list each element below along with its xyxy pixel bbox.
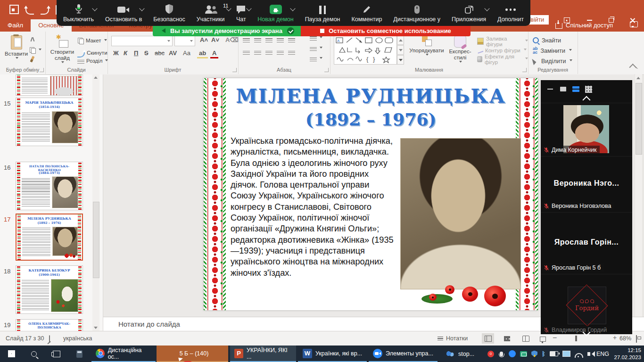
search-button[interactable]	[23, 346, 45, 362]
video-tile-2[interactable]: Вероника Нэго... Вероника Нэговэлова	[541, 156, 632, 212]
reading-view-button[interactable]	[520, 333, 532, 344]
collapse-ribbon-icon[interactable]	[629, 64, 638, 73]
share-button[interactable]: Спільний доступ	[555, 21, 613, 29]
font-name-combo[interactable]	[111, 36, 173, 46]
taskbar-chrome[interactable]: Дистанційна ос...	[91, 346, 156, 362]
calculator-button[interactable]	[68, 346, 91, 362]
zoom-percent[interactable]: 68%	[619, 335, 631, 342]
clipboard-dialog-launcher[interactable]	[40, 68, 44, 72]
notes-toggle[interactable]: Нотатки	[438, 335, 468, 342]
video-options-chevron[interactable]	[140, 6, 145, 11]
chat-button[interactable]: Чат	[236, 4, 246, 23]
apps-chevron[interactable]	[484, 6, 489, 11]
annotate-button[interactable]: Комментир	[351, 4, 382, 23]
wifi-icon[interactable]	[575, 353, 583, 358]
taskbar-powerpoint[interactable]: P УКРАЇНКИ, ЯКІ ...	[230, 346, 296, 362]
decrease-font-button[interactable]: A˅	[209, 36, 221, 44]
arrange-button[interactable]: Упорядкувати	[408, 35, 445, 57]
strikethrough-button[interactable]: S	[142, 49, 150, 57]
volume-icon[interactable]	[587, 352, 590, 356]
paragraph-dialog-launcher[interactable]	[324, 68, 329, 72]
mute-button[interactable]: Выключить	[63, 4, 94, 23]
stop-video-button[interactable]: Остановить в	[105, 4, 142, 23]
redo-icon[interactable]	[41, 6, 49, 15]
participants-button[interactable]: 11 Участники	[197, 4, 225, 23]
save-icon[interactable]	[9, 5, 19, 14]
underline-button[interactable]: П	[132, 49, 140, 57]
mute-options-chevron[interactable]	[92, 6, 97, 11]
shapes-gallery[interactable]: A { }	[334, 35, 397, 65]
smartart-button[interactable]	[310, 56, 322, 61]
thumbnail-slide-17[interactable]: МІЛЕНА РУДНИЦЬКА (1892 – 1976)	[16, 214, 83, 261]
taskbar-zoom[interactable]: Элементы упра...	[369, 346, 438, 362]
font-size-combo[interactable]	[174, 36, 195, 46]
align-center-icon[interactable]	[254, 49, 261, 55]
new-slide-button[interactable]: Створити слайд	[49, 35, 75, 65]
panel-minimize-icon[interactable]	[545, 85, 555, 93]
paste-button[interactable]: Вставити	[5, 35, 28, 60]
video-tile-3[interactable]: Ярослав Горін... Ярослав Горін 5 б	[541, 212, 632, 274]
find-button[interactable]: Знайти	[533, 35, 561, 45]
notification-badge-icon[interactable]: 0	[487, 351, 494, 357]
text-shadow-button[interactable]: abc	[153, 49, 166, 57]
stop-sharing-button[interactable]: Остановить совместное использование	[301, 25, 471, 36]
fit-slide-button[interactable]	[636, 335, 637, 343]
shapes-scroll-down[interactable]	[397, 45, 404, 55]
bold-button[interactable]: Ж	[111, 49, 121, 57]
weather-widget[interactable]: stop...	[439, 346, 480, 362]
increase-font-button[interactable]: A˄	[198, 36, 210, 44]
panel-small-view-icon[interactable]	[558, 85, 568, 93]
reset-button[interactable]: Скинути	[77, 48, 107, 58]
normal-view-button[interactable]	[482, 333, 494, 344]
security-button[interactable]: Безопаснос	[153, 4, 185, 23]
replace-button[interactable]: abacЗамінити	[533, 46, 572, 56]
align-left-icon[interactable]	[243, 49, 250, 55]
drawing-dialog-launcher[interactable]	[522, 68, 527, 72]
taskbar-telegram[interactable]: 140 5 Б – (140)	[157, 346, 228, 362]
numbering-icon[interactable]	[254, 37, 261, 42]
comments-icon[interactable]	[630, 21, 638, 27]
columns-icon[interactable]	[288, 49, 295, 55]
spellcheck-icon[interactable]	[49, 335, 50, 343]
slide-sorter-button[interactable]	[501, 333, 513, 344]
increase-indent-icon[interactable]	[277, 37, 284, 42]
align-text-button[interactable]	[310, 46, 322, 51]
share-chevron[interactable]	[290, 6, 295, 11]
format-painter-button[interactable]	[29, 56, 33, 62]
justify-icon[interactable]	[277, 49, 284, 55]
thumbnail-slide-16[interactable]: НАТАЛЯ ПОЛОНСЬКА-ВАСИЛЕНКО (1884-1973)	[16, 162, 83, 210]
bluetooth-icon[interactable]: ᛒ	[542, 350, 545, 357]
defender-icon[interactable]	[531, 351, 537, 357]
thumbnail-slide-19[interactable]: ОЛЕНА КАЗИМИРЧАК-ПОЛОНСЬКА	[16, 319, 83, 331]
select-button[interactable]: Виділити	[533, 56, 572, 66]
font-dialog-launcher[interactable]	[232, 68, 237, 72]
bullets-icon[interactable]	[243, 37, 250, 42]
language-indicator[interactable]: українська	[63, 335, 92, 342]
line-spacing-icon[interactable]	[288, 37, 295, 42]
shape-effects-button[interactable]: Ефекти для фігур	[477, 55, 528, 64]
tray-screenshare-icon[interactable]	[520, 351, 527, 357]
scroll-down-chevron[interactable]	[583, 329, 591, 337]
italic-button[interactable]: К	[122, 49, 129, 57]
tray-zoom-icon[interactable]	[509, 350, 516, 357]
video-tile-1[interactable]: Дима Корнейчик	[541, 103, 632, 156]
thumbnail-slide-15[interactable]: МАРІЯ ЗАНЬКОВЕЦЬКА (1854-1934)	[16, 98, 83, 146]
video-tile-4[interactable]: Гордий Владимиров Гордий	[541, 274, 632, 336]
cut-button[interactable]	[29, 37, 36, 44]
change-case-button[interactable]: Aa	[181, 49, 192, 57]
language-switcher[interactable]: ENG	[596, 351, 609, 357]
shapes-scroll-up[interactable]	[397, 35, 404, 45]
panel-gallery-view-icon[interactable]	[584, 85, 593, 93]
thumbnails-scrollbar[interactable]	[92, 74, 99, 331]
display-icon[interactable]	[562, 351, 570, 357]
undo-icon[interactable]	[25, 6, 34, 15]
task-view-button[interactable]	[45, 346, 68, 362]
window-scrollbar[interactable]	[635, 74, 642, 331]
character-spacing-button[interactable]: AV	[167, 49, 179, 57]
current-slide[interactable]: МІЛЕНА РУДНИЦЬКА (1892 – 1976) Українськ…	[204, 78, 538, 310]
start-button[interactable]	[0, 346, 23, 362]
thumbnail-slide-14[interactable]	[16, 74, 83, 96]
taskbar-word[interactable]: W Українки, які вр...	[298, 346, 367, 362]
align-right-icon[interactable]	[265, 49, 272, 55]
thumbnail-slide-18[interactable]: КАТЕРИНА БІЛОКУР (1900-1961)	[16, 265, 83, 314]
